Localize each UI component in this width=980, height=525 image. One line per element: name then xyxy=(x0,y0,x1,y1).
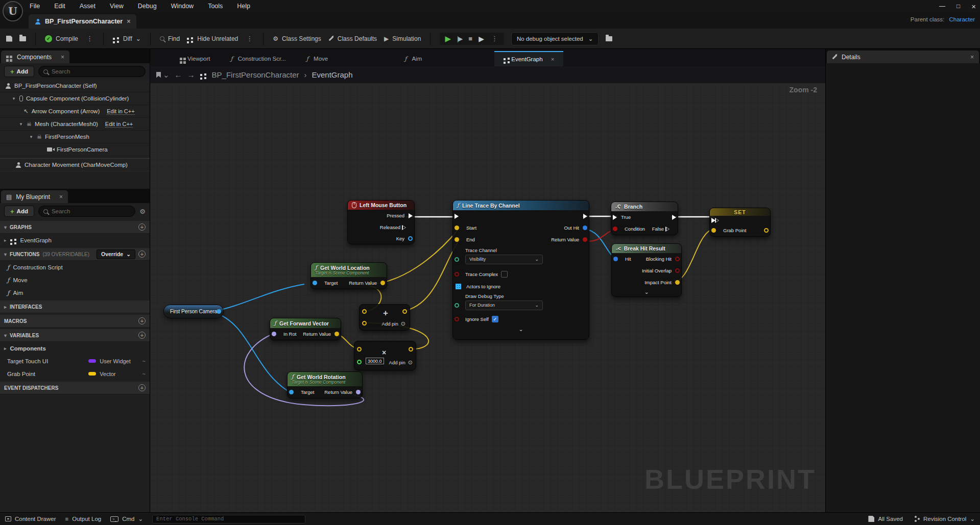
revision-control-button[interactable]: Revision Control xyxy=(914,515,975,522)
breadcrumb-root[interactable]: BP_FirstPersonCharacter xyxy=(212,70,299,79)
close-tab-icon[interactable] xyxy=(127,18,130,25)
pin-actors-to-ignore[interactable]: Actors to Ignore xyxy=(453,281,589,292)
pin-row-target-return[interactable]: Target Return Value xyxy=(288,386,362,398)
collapse-caret-icon[interactable] xyxy=(4,252,7,257)
menu-asset[interactable]: Asset xyxy=(80,3,95,10)
simulation-button[interactable]: Simulation xyxy=(384,35,421,42)
edit-in-cpp-link[interactable]: Edit in C++ xyxy=(107,108,134,115)
collapse-caret-icon[interactable] xyxy=(4,224,7,230)
components-search-input[interactable]: Search xyxy=(38,66,146,77)
trace-channel-dropdown[interactable]: Visibility xyxy=(465,255,543,264)
pin-end[interactable]: End xyxy=(460,237,478,242)
compile-options-icon[interactable]: ⋮ xyxy=(85,35,94,42)
expand-caret-icon[interactable] xyxy=(11,96,16,101)
vector-pin[interactable] xyxy=(675,280,680,285)
class-defaults-button[interactable]: Class Defaults xyxy=(328,35,377,42)
section-interfaces[interactable]: INTERFACES xyxy=(0,301,150,313)
expand-caret-icon[interactable] xyxy=(4,304,7,310)
section-functions[interactable]: FUNCTIONS (39 OVERRIDABLE) Override xyxy=(0,248,150,261)
pin-row-true[interactable]: True xyxy=(611,211,678,223)
menu-view[interactable]: View xyxy=(110,3,124,10)
menu-debug[interactable]: Debug xyxy=(138,3,157,10)
rotator-pin[interactable] xyxy=(356,390,361,394)
menu-edit[interactable]: Edit xyxy=(54,3,65,10)
input-b-pin[interactable] xyxy=(357,360,362,364)
chevron-down-icon[interactable] xyxy=(163,70,170,80)
node-add[interactable]: + Add pin xyxy=(359,304,410,331)
add-macro-icon[interactable] xyxy=(138,317,146,324)
output-pin[interactable] xyxy=(409,347,413,352)
tab-eventgraph[interactable]: EventGraph xyxy=(494,51,563,66)
row-move[interactable]: Move xyxy=(0,273,150,286)
section-variables[interactable]: VARIABLES xyxy=(0,329,150,342)
struct-pin[interactable] xyxy=(583,226,587,230)
pin-row-condition-false[interactable]: Condition False xyxy=(611,223,678,235)
minimize-button[interactable] xyxy=(939,3,945,10)
tab-viewport[interactable]: Viewport xyxy=(171,51,220,66)
node-branch[interactable]: -ϚBranch True Condition False xyxy=(611,202,678,235)
row-aim[interactable]: Aim xyxy=(0,286,150,299)
variable-row-target-touch-ui[interactable]: Target Touch UI User Widget xyxy=(0,355,150,367)
add-graph-icon[interactable] xyxy=(138,223,146,231)
node-get-forward-vector[interactable]: Get Forward Vector In Rot Return Value xyxy=(270,318,341,340)
find-button[interactable]: Find xyxy=(160,35,180,42)
node-get-world-rotation[interactable]: Get World Rotation Target is Scene Compo… xyxy=(287,371,363,398)
add-variable-icon[interactable] xyxy=(138,332,146,339)
browse-debug-button[interactable] xyxy=(606,36,612,41)
node-set-grab-point[interactable]: SET Grab Point xyxy=(709,208,771,237)
components-panel-tab[interactable]: Components xyxy=(1,51,69,63)
tab-aim[interactable]: Aim xyxy=(395,51,431,66)
exec-out-pin[interactable] xyxy=(583,214,587,219)
edit-in-cpp-link[interactable]: Edit in C++ xyxy=(105,121,133,128)
pin-row-target-return[interactable]: Target Return Value xyxy=(311,277,387,289)
tab-move[interactable]: Move xyxy=(297,51,337,66)
component-row-mesh[interactable]: Mesh (CharacterMesh0) Edit in C++ xyxy=(0,118,150,131)
close-tab-icon[interactable] xyxy=(551,56,555,62)
collapse-caret-icon[interactable] xyxy=(4,333,7,338)
my-blueprint-panel-tab[interactable]: My Blueprint xyxy=(1,190,68,203)
component-row-firstpersonmesh[interactable]: FirstPersonMesh xyxy=(0,131,150,143)
component-row-arrow[interactable]: Arrow Component (Arrow) Edit in C++ xyxy=(0,105,150,118)
ignore-self-checkbox[interactable] xyxy=(492,316,498,322)
add-event-dispatcher-icon[interactable] xyxy=(138,384,146,391)
pin-draw-debug[interactable]: For Duration xyxy=(453,299,589,311)
exec-pin[interactable] xyxy=(409,213,413,218)
vector-out-pin[interactable] xyxy=(764,228,769,233)
rotator-pin[interactable] xyxy=(272,332,276,336)
play-button[interactable] xyxy=(445,34,451,43)
row-construction-script[interactable]: Construction Script xyxy=(0,261,150,273)
node-first-person-camera[interactable]: First Person Camera xyxy=(163,305,224,318)
visibility-eye-icon[interactable] xyxy=(142,358,146,364)
pin-trace-complex[interactable]: Trace Complex xyxy=(453,267,589,281)
stop-button[interactable] xyxy=(468,35,472,42)
hide-unrelated-button[interactable]: Hide Unrelated xyxy=(187,35,238,42)
multiply-value-input[interactable]: 3000.0 xyxy=(366,358,384,364)
target-pin[interactable] xyxy=(289,390,294,394)
pin-grab-point[interactable]: Grab Point xyxy=(710,224,770,236)
add-function-icon[interactable] xyxy=(138,251,146,258)
collapse-chevron-icon[interactable] xyxy=(453,326,589,334)
save-button[interactable] xyxy=(6,36,12,42)
output-pin[interactable] xyxy=(402,309,407,314)
bool-pin[interactable] xyxy=(455,317,459,321)
hit-pin[interactable] xyxy=(613,257,618,261)
back-arrow-icon[interactable] xyxy=(175,70,182,79)
menu-tools[interactable]: Tools xyxy=(208,3,223,10)
component-row-charmove[interactable]: Character Movement (CharMoveComp) xyxy=(0,159,150,171)
class-settings-button[interactable]: Class Settings xyxy=(273,35,321,42)
asset-tab[interactable]: BP_FirstPersonCharacter xyxy=(29,14,136,29)
vector-pin[interactable] xyxy=(455,237,459,242)
input-b-pin[interactable] xyxy=(362,321,367,326)
close-panel-icon[interactable] xyxy=(970,54,974,61)
enum-pin[interactable] xyxy=(455,303,459,308)
exec-in-pin[interactable] xyxy=(455,214,459,219)
true-exec-pin[interactable] xyxy=(672,215,676,220)
section-macros[interactable]: MACROS xyxy=(0,315,150,328)
pin-exec-row[interactable] xyxy=(453,210,589,222)
input-a-pin[interactable] xyxy=(362,309,367,314)
row-eventgraph[interactable]: EventGraph xyxy=(0,234,150,246)
pin-trace-channel[interactable]: Visibility xyxy=(453,253,589,265)
false-exec-pin[interactable] xyxy=(665,227,670,232)
vector-pin[interactable] xyxy=(380,281,385,285)
collapse-chevron-icon[interactable] xyxy=(612,288,681,296)
